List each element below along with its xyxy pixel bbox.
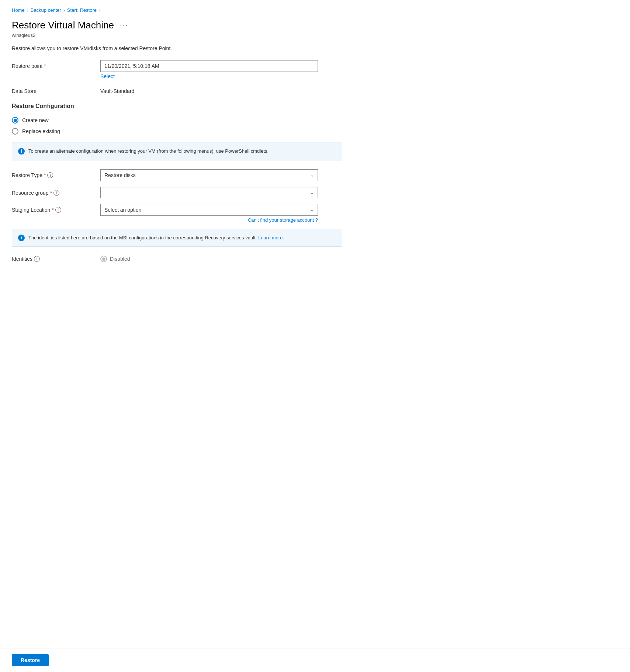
breadcrumb-sep-1: › (27, 8, 28, 13)
identities-info-icon: i (18, 235, 25, 241)
staging-location-label: Staging Location * i (12, 204, 100, 213)
staging-location-value: Select an option ⌄ Can't find your stora… (100, 204, 342, 223)
breadcrumb-sep-2: › (63, 8, 65, 13)
radio-create-new[interactable]: Create new (12, 117, 342, 124)
info-icon: i (18, 148, 25, 155)
restore-button[interactable]: Restore (12, 654, 49, 666)
staging-location-row: Staging Location * i Select an option ⌄ … (12, 204, 342, 223)
data-store-static: Vault-Standard (100, 85, 342, 94)
staging-location-selected: Select an option (104, 207, 141, 213)
breadcrumb: Home › Backup center › Start: Restore › (12, 7, 342, 13)
radio-replace-existing-label: Replace existing (22, 128, 60, 134)
breadcrumb-backup-center[interactable]: Backup center (31, 7, 61, 13)
resource-group-label: Resource group * i (12, 187, 100, 196)
restore-type-label: Restore Type * i (12, 169, 100, 178)
radio-replace-existing-circle (12, 128, 18, 135)
restore-point-label: Restore point * (12, 60, 100, 69)
restore-configuration-title: Restore Configuration (12, 103, 342, 110)
info-banner-text: To create an alternate configuration whe… (28, 148, 269, 155)
breadcrumb-home[interactable]: Home (12, 7, 25, 13)
restore-type-chevron: ⌄ (310, 173, 314, 178)
radio-create-new-circle (12, 117, 18, 124)
page-description: Restore allows you to restore VM/disks f… (12, 45, 342, 51)
radio-replace-existing[interactable]: Replace existing (12, 128, 342, 135)
restore-type-required: * (44, 172, 46, 178)
restore-point-required: * (44, 63, 46, 69)
resource-group-required: * (50, 190, 52, 196)
resource-group-chevron: ⌄ (310, 190, 314, 195)
identities-disabled-label: Disabled (110, 256, 130, 262)
identities-info-text: The identities listed here are based on … (28, 234, 284, 242)
identities-row: Identities i Disabled (12, 256, 342, 262)
identities-learn-more-link[interactable]: Learn more. (258, 235, 284, 240)
restore-type-row: Restore Type * i Restore disks ⌄ (12, 169, 342, 181)
identities-label: Identities i (12, 256, 100, 262)
page-title: Restore Virtual Machine (12, 20, 114, 31)
identities-radio-circle (100, 256, 107, 262)
staging-location-required: * (52, 207, 53, 213)
data-store-value: Vault-Standard (100, 85, 342, 94)
identities-info-banner: i The identities listed here are based o… (12, 229, 342, 247)
staging-location-chevron: ⌄ (310, 207, 314, 212)
restore-type-info-icon[interactable]: i (47, 172, 53, 178)
restore-point-row: Restore point * Select (12, 60, 342, 79)
breadcrumb-sep-3: › (99, 8, 100, 13)
identities-radio-inner (102, 257, 105, 261)
restore-type-value: Restore disks ⌄ (100, 169, 342, 181)
restore-point-value-container: Select (100, 60, 342, 79)
breadcrumb-current: Start: Restore (67, 7, 97, 13)
restore-point-select-link[interactable]: Select (100, 73, 342, 79)
restore-config-radio-group: Create new Replace existing (12, 117, 342, 135)
restore-point-input[interactable] (100, 60, 318, 72)
resource-group-info-icon[interactable]: i (53, 190, 59, 196)
resource-group-value: ⌄ (100, 187, 342, 198)
restore-type-selected: Restore disks (104, 172, 136, 178)
radio-create-new-label: Create new (22, 117, 49, 123)
resource-group-row: Resource group * i ⌄ (12, 187, 342, 198)
cant-find-storage-link[interactable]: Can't find your storage account ? (100, 217, 318, 223)
data-store-row: Data Store Vault-Standard (12, 85, 342, 94)
restore-type-dropdown[interactable]: Restore disks ⌄ (100, 169, 318, 181)
identities-info-icon-label[interactable]: i (34, 256, 40, 262)
resource-group-dropdown[interactable]: ⌄ (100, 187, 318, 198)
data-store-label: Data Store (12, 85, 100, 94)
staging-location-info-icon[interactable]: i (55, 207, 61, 213)
info-banner: i To create an alternate configuration w… (12, 142, 342, 160)
footer-bar: Restore (0, 648, 630, 672)
identities-disabled-radio: Disabled (100, 256, 130, 262)
more-options-button[interactable]: ··· (118, 21, 130, 30)
staging-location-dropdown[interactable]: Select an option ⌄ (100, 204, 318, 216)
page-subtitle: winsqleus2 (12, 32, 342, 38)
